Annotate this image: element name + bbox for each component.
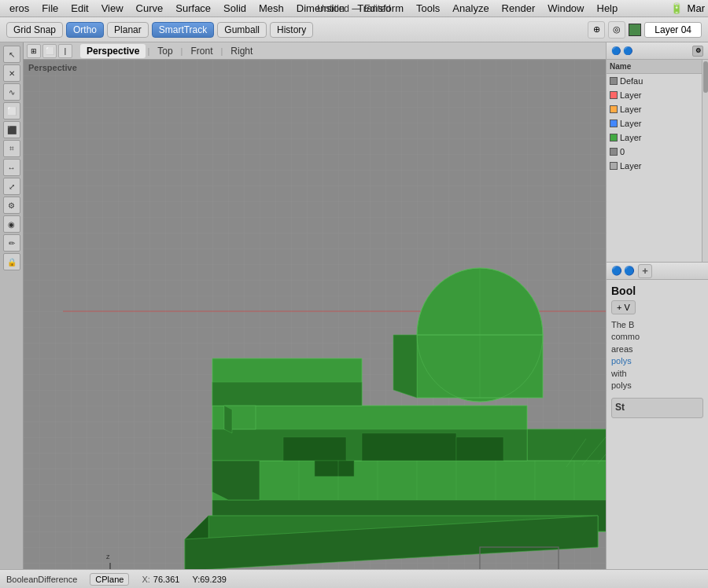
- tool-dimension[interactable]: ↔: [3, 159, 20, 176]
- menu-eros[interactable]: eros: [3, 0, 35, 17]
- layer-row-default[interactable]: Defau: [607, 74, 708, 88]
- menu-file[interactable]: File: [35, 0, 65, 17]
- tab-right[interactable]: Right: [224, 44, 259, 58]
- tab-sep-2: |: [181, 46, 183, 56]
- toolbar-icons: ⊕ ◎: [588, 21, 625, 39]
- tool-surface[interactable]: ⬜: [3, 102, 20, 119]
- name-column: Name: [610, 62, 631, 71]
- menu-tools[interactable]: Tools: [410, 0, 446, 17]
- main-area: ↖ ✕ ∿ ⬜ ⬛ ⌗ ↔ ⤢ ⚙ ◉ ✏ 🔒 ⊞ ⬜ | Perspectiv…: [0, 42, 708, 569]
- layer-name-2: Layer: [620, 105, 642, 114]
- bool-link[interactable]: polys: [611, 356, 632, 366]
- menu-window[interactable]: Window: [541, 0, 590, 17]
- bool-add-button[interactable]: + V: [611, 300, 636, 314]
- battery-icon: 🔋: [670, 2, 683, 14]
- svg-marker-10: [212, 382, 362, 406]
- history-button[interactable]: History: [270, 22, 313, 38]
- smart-track-button[interactable]: SmartTrack: [152, 22, 215, 38]
- layer-swatch-default: [610, 77, 618, 85]
- tool-transform[interactable]: ⤢: [3, 178, 20, 195]
- tool-snap[interactable]: 🔒: [3, 253, 20, 270]
- svg-rect-16: [456, 437, 503, 461]
- menu-surface[interactable]: Surface: [169, 0, 217, 17]
- layer-swatch-1: [610, 91, 618, 99]
- 3d-viewport[interactable]: Perspective: [24, 60, 606, 569]
- layers-column-header: Name: [607, 60, 708, 74]
- layer-row-4[interactable]: Layer: [607, 130, 708, 145]
- tool-point[interactable]: ✕: [3, 64, 20, 82]
- menu-curve[interactable]: Curve: [130, 0, 170, 17]
- tool-mesh[interactable]: ⌗: [3, 140, 20, 157]
- tool-analyze[interactable]: ⚙: [3, 197, 20, 214]
- status-y: Y:69.239: [192, 575, 226, 584]
- layer-row-3[interactable]: Layer: [607, 116, 708, 130]
- app-title: Untitled — Edited: [317, 3, 390, 14]
- left-tools-panel: ↖ ✕ ∿ ⬜ ⬛ ⌗ ↔ ⤢ ⚙ ◉ ✏ 🔒: [0, 42, 24, 569]
- panel-header-actions: ⚙: [692, 46, 703, 57]
- grid-snap-button[interactable]: Grid Snap: [6, 22, 63, 38]
- properties-header: 🔵 🔵 +: [607, 263, 708, 280]
- tool-render[interactable]: ◉: [3, 215, 20, 233]
- y-value: Y:69.239: [192, 575, 226, 584]
- viewport-grid-icon[interactable]: ⊞: [27, 44, 41, 58]
- circle-icon[interactable]: ◎: [608, 21, 625, 39]
- svg-marker-13: [393, 335, 417, 398]
- viewport-tabs: ⊞ ⬜ | Perspective | Top | Front | Right: [24, 42, 606, 60]
- layers-panel-header: 🔵 🔵 ⚙: [607, 42, 708, 60]
- tool-solid[interactable]: ⬛: [3, 121, 20, 138]
- layer-name-5: 0: [620, 147, 625, 156]
- tool-draft[interactable]: ✏: [3, 234, 20, 252]
- gumball-button[interactable]: Gumball: [217, 22, 267, 38]
- svg-marker-18: [212, 461, 260, 500]
- status-x: X: 76.361: [142, 575, 179, 584]
- menu-solid[interactable]: Solid: [217, 0, 253, 17]
- tab-sep-3: |: [220, 46, 223, 56]
- layer-name-6: Layer: [620, 161, 642, 171]
- cplane-button[interactable]: CPlane: [90, 573, 129, 586]
- layer-name[interactable]: Layer 04: [644, 22, 702, 38]
- bool-description: The Bcommoareaspolyswithpolys: [611, 319, 703, 391]
- properties-panel: 🔵 🔵 + Bool + V The Bcommoareaspolyswithp…: [607, 263, 708, 569]
- bool-properties-section: Bool + V The Bcommoareaspolyswithpolys S…: [607, 280, 708, 423]
- tab-perspective[interactable]: Perspective: [80, 44, 146, 58]
- tab-front[interactable]: Front: [184, 44, 219, 58]
- layer-row-2[interactable]: Layer: [607, 102, 708, 116]
- menu-help[interactable]: Help: [591, 0, 625, 17]
- tool-curve[interactable]: ∿: [3, 83, 20, 101]
- tool-select[interactable]: ↖: [3, 46, 20, 63]
- layer-row-5[interactable]: 0: [607, 145, 708, 159]
- layer-name-default: Defau: [620, 76, 643, 86]
- layer-swatch: [629, 24, 641, 36]
- viewport-area: ⊞ ⬜ | Perspective | Top | Front | Right …: [24, 42, 606, 569]
- layers-panel: 🔵 🔵 ⚙ Name Defau Layer Layer: [607, 42, 708, 263]
- menu-mesh[interactable]: Mesh: [253, 0, 290, 17]
- menu-analyze[interactable]: Analyze: [446, 0, 495, 17]
- layer-swatch-3: [610, 119, 618, 127]
- planar-button[interactable]: Planar: [107, 22, 149, 38]
- menu-edit[interactable]: Edit: [65, 0, 94, 17]
- menu-right: 🔋 Mar: [670, 2, 705, 14]
- properties-icon2: 🔵: [624, 266, 635, 276]
- properties-add-button[interactable]: +: [638, 264, 652, 278]
- status-command: BooleanDifference: [6, 575, 77, 584]
- toolbar: Grid Snap Ortho Planar SmartTrack Gumbal…: [0, 17, 708, 42]
- menu-render[interactable]: Render: [496, 0, 542, 17]
- layers-scrollbar[interactable]: [702, 60, 708, 262]
- menu-view[interactable]: View: [95, 0, 130, 17]
- layer-name-1: Layer: [620, 90, 642, 100]
- viewport-tab-icons: ⊞ ⬜ |: [27, 44, 72, 58]
- snap-icon[interactable]: ⊕: [588, 21, 605, 39]
- layer-name-4: Layer: [620, 133, 642, 142]
- layer-row-1[interactable]: Layer: [607, 88, 708, 102]
- bool-title: Bool: [611, 285, 703, 297]
- svg-marker-20: [224, 406, 232, 433]
- svg-rect-17: [315, 461, 354, 476]
- layers-header-icons: 🔵 🔵: [611, 46, 632, 55]
- ortho-button[interactable]: Ortho: [66, 22, 104, 38]
- status-bar: BooleanDifference CPlane X: 76.361 Y:69.…: [0, 569, 708, 588]
- layer-row-6[interactable]: Layer: [607, 159, 708, 173]
- tab-top[interactable]: Top: [151, 44, 179, 58]
- panel-settings-icon[interactable]: ⚙: [692, 46, 703, 57]
- viewport-single-icon[interactable]: ⬜: [42, 44, 57, 58]
- bool-footer: St: [611, 398, 703, 418]
